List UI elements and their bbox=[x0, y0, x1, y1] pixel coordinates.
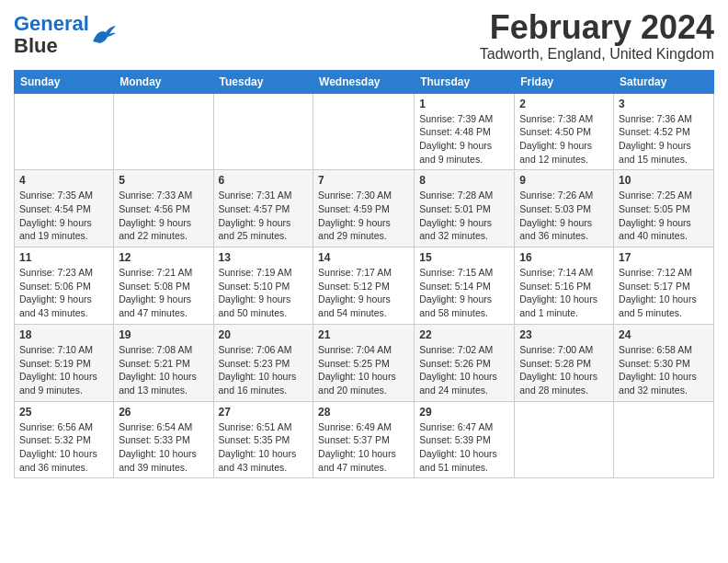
calendar-cell: 6Sunrise: 7:31 AM Sunset: 4:57 PM Daylig… bbox=[213, 170, 313, 247]
calendar-week-row: 25Sunrise: 6:56 AM Sunset: 5:32 PM Dayli… bbox=[15, 401, 714, 478]
calendar-cell bbox=[213, 93, 313, 170]
calendar-cell: 27Sunrise: 6:51 AM Sunset: 5:35 PM Dayli… bbox=[213, 401, 313, 478]
calendar-cell bbox=[313, 93, 415, 170]
calendar-table: SundayMondayTuesdayWednesdayThursdayFrid… bbox=[14, 70, 714, 479]
day-info: Sunrise: 7:26 AM Sunset: 5:03 PM Dayligh… bbox=[519, 189, 609, 243]
day-info: Sunrise: 7:08 AM Sunset: 5:21 PM Dayligh… bbox=[119, 343, 208, 397]
calendar-cell: 21Sunrise: 7:04 AM Sunset: 5:25 PM Dayli… bbox=[313, 324, 415, 401]
day-number: 2 bbox=[519, 98, 609, 110]
day-info: Sunrise: 7:21 AM Sunset: 5:08 PM Dayligh… bbox=[119, 266, 208, 320]
calendar-week-row: 18Sunrise: 7:10 AM Sunset: 5:19 PM Dayli… bbox=[15, 324, 714, 401]
day-info: Sunrise: 7:30 AM Sunset: 4:59 PM Dayligh… bbox=[318, 189, 409, 243]
calendar-cell: 13Sunrise: 7:19 AM Sunset: 5:10 PM Dayli… bbox=[213, 247, 313, 325]
month-title: February 2024 bbox=[480, 9, 714, 46]
calendar-cell: 14Sunrise: 7:17 AM Sunset: 5:12 PM Dayli… bbox=[313, 247, 415, 325]
weekday-header-monday: Monday bbox=[114, 70, 213, 93]
weekday-header-saturday: Saturday bbox=[614, 70, 714, 93]
calendar-week-row: 11Sunrise: 7:23 AM Sunset: 5:06 PM Dayli… bbox=[15, 247, 714, 325]
calendar-cell bbox=[515, 401, 614, 478]
title-area: February 2024 Tadworth, England, United … bbox=[480, 9, 714, 63]
day-info: Sunrise: 7:02 AM Sunset: 5:26 PM Dayligh… bbox=[419, 343, 509, 397]
calendar-cell: 4Sunrise: 7:35 AM Sunset: 4:54 PM Daylig… bbox=[15, 170, 114, 247]
day-info: Sunrise: 7:14 AM Sunset: 5:16 PM Dayligh… bbox=[519, 266, 609, 320]
calendar-cell bbox=[15, 93, 114, 170]
day-number: 21 bbox=[318, 328, 409, 341]
day-info: Sunrise: 7:31 AM Sunset: 4:57 PM Dayligh… bbox=[219, 189, 309, 243]
day-number: 23 bbox=[519, 328, 609, 341]
day-info: Sunrise: 7:36 AM Sunset: 4:52 PM Dayligh… bbox=[619, 112, 709, 167]
calendar-week-row: 1Sunrise: 7:39 AM Sunset: 4:48 PM Daylig… bbox=[15, 93, 714, 170]
calendar-cell: 23Sunrise: 7:00 AM Sunset: 5:28 PM Dayli… bbox=[515, 324, 614, 401]
day-number: 16 bbox=[519, 251, 609, 264]
day-info: Sunrise: 6:54 AM Sunset: 5:33 PM Dayligh… bbox=[119, 420, 208, 475]
day-number: 8 bbox=[419, 174, 509, 187]
day-number: 20 bbox=[219, 328, 309, 341]
day-info: Sunrise: 7:23 AM Sunset: 5:06 PM Dayligh… bbox=[19, 266, 108, 320]
calendar-cell: 8Sunrise: 7:28 AM Sunset: 5:01 PM Daylig… bbox=[415, 170, 515, 247]
calendar-cell: 29Sunrise: 6:47 AM Sunset: 5:39 PM Dayli… bbox=[415, 401, 515, 478]
calendar-week-row: 4Sunrise: 7:35 AM Sunset: 4:54 PM Daylig… bbox=[15, 170, 714, 247]
day-number: 19 bbox=[119, 328, 208, 341]
day-number: 15 bbox=[419, 251, 509, 264]
weekday-header-friday: Friday bbox=[515, 70, 614, 93]
day-number: 3 bbox=[619, 98, 709, 110]
calendar-cell: 18Sunrise: 7:10 AM Sunset: 5:19 PM Dayli… bbox=[15, 324, 114, 401]
day-info: Sunrise: 7:10 AM Sunset: 5:19 PM Dayligh… bbox=[19, 343, 108, 397]
day-info: Sunrise: 7:39 AM Sunset: 4:48 PM Dayligh… bbox=[419, 112, 509, 167]
calendar-cell bbox=[114, 93, 213, 170]
calendar-cell: 2Sunrise: 7:38 AM Sunset: 4:50 PM Daylig… bbox=[515, 93, 614, 170]
calendar-cell: 5Sunrise: 7:33 AM Sunset: 4:56 PM Daylig… bbox=[114, 170, 213, 247]
day-number: 10 bbox=[619, 174, 709, 187]
day-number: 26 bbox=[119, 406, 208, 419]
day-number: 22 bbox=[419, 328, 509, 341]
day-info: Sunrise: 6:47 AM Sunset: 5:39 PM Dayligh… bbox=[419, 420, 509, 475]
day-info: Sunrise: 7:12 AM Sunset: 5:17 PM Dayligh… bbox=[619, 266, 709, 320]
weekday-header-row: SundayMondayTuesdayWednesdayThursdayFrid… bbox=[15, 70, 714, 93]
calendar-cell: 10Sunrise: 7:25 AM Sunset: 5:05 PM Dayli… bbox=[614, 170, 714, 247]
day-info: Sunrise: 6:51 AM Sunset: 5:35 PM Dayligh… bbox=[219, 420, 309, 475]
calendar-cell: 11Sunrise: 7:23 AM Sunset: 5:06 PM Dayli… bbox=[15, 247, 114, 325]
day-number: 9 bbox=[519, 174, 609, 187]
day-info: Sunrise: 7:15 AM Sunset: 5:14 PM Dayligh… bbox=[419, 266, 509, 320]
calendar-cell: 16Sunrise: 7:14 AM Sunset: 5:16 PM Dayli… bbox=[515, 247, 614, 325]
day-number: 17 bbox=[619, 251, 709, 264]
calendar-cell: 19Sunrise: 7:08 AM Sunset: 5:21 PM Dayli… bbox=[114, 324, 213, 401]
location-title: Tadworth, England, United Kingdom bbox=[480, 46, 714, 63]
calendar-cell: 22Sunrise: 7:02 AM Sunset: 5:26 PM Dayli… bbox=[415, 324, 515, 401]
day-info: Sunrise: 7:38 AM Sunset: 4:50 PM Dayligh… bbox=[519, 112, 609, 167]
calendar-cell: 7Sunrise: 7:30 AM Sunset: 4:59 PM Daylig… bbox=[313, 170, 415, 247]
day-number: 27 bbox=[219, 406, 309, 419]
calendar-cell: 20Sunrise: 7:06 AM Sunset: 5:23 PM Dayli… bbox=[213, 324, 313, 401]
weekday-header-sunday: Sunday bbox=[15, 70, 114, 93]
calendar-cell: 9Sunrise: 7:26 AM Sunset: 5:03 PM Daylig… bbox=[515, 170, 614, 247]
calendar-cell: 25Sunrise: 6:56 AM Sunset: 5:32 PM Dayli… bbox=[15, 401, 114, 478]
day-info: Sunrise: 7:25 AM Sunset: 5:05 PM Dayligh… bbox=[619, 189, 709, 243]
day-number: 18 bbox=[19, 328, 108, 341]
calendar-cell: 3Sunrise: 7:36 AM Sunset: 4:52 PM Daylig… bbox=[614, 93, 714, 170]
calendar-cell: 12Sunrise: 7:21 AM Sunset: 5:08 PM Dayli… bbox=[114, 247, 213, 325]
calendar-cell: 17Sunrise: 7:12 AM Sunset: 5:17 PM Dayli… bbox=[614, 247, 714, 325]
logo-text: General Blue bbox=[14, 13, 89, 57]
day-number: 4 bbox=[19, 174, 108, 187]
day-info: Sunrise: 7:00 AM Sunset: 5:28 PM Dayligh… bbox=[519, 343, 609, 397]
day-number: 25 bbox=[19, 406, 108, 419]
day-number: 6 bbox=[219, 174, 309, 187]
day-number: 7 bbox=[318, 174, 409, 187]
day-number: 24 bbox=[619, 328, 709, 341]
day-info: Sunrise: 7:19 AM Sunset: 5:10 PM Dayligh… bbox=[219, 266, 309, 320]
calendar-cell: 1Sunrise: 7:39 AM Sunset: 4:48 PM Daylig… bbox=[415, 93, 515, 170]
day-number: 28 bbox=[318, 406, 409, 419]
calendar-cell: 28Sunrise: 6:49 AM Sunset: 5:37 PM Dayli… bbox=[313, 401, 415, 478]
calendar-cell: 15Sunrise: 7:15 AM Sunset: 5:14 PM Dayli… bbox=[415, 247, 515, 325]
day-number: 12 bbox=[119, 251, 208, 264]
logo-icon bbox=[91, 25, 117, 45]
day-number: 1 bbox=[419, 98, 509, 110]
day-info: Sunrise: 7:33 AM Sunset: 4:56 PM Dayligh… bbox=[119, 189, 208, 243]
day-info: Sunrise: 7:06 AM Sunset: 5:23 PM Dayligh… bbox=[219, 343, 309, 397]
day-info: Sunrise: 7:04 AM Sunset: 5:25 PM Dayligh… bbox=[318, 343, 409, 397]
day-number: 5 bbox=[119, 174, 208, 187]
page-header: General Blue February 2024 Tadworth, Eng… bbox=[14, 9, 714, 63]
logo: General Blue bbox=[14, 13, 117, 57]
day-info: Sunrise: 6:49 AM Sunset: 5:37 PM Dayligh… bbox=[318, 420, 409, 475]
calendar-cell: 26Sunrise: 6:54 AM Sunset: 5:33 PM Dayli… bbox=[114, 401, 213, 478]
